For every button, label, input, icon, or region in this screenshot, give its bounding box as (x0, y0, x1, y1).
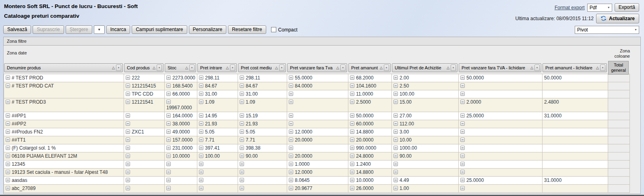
collapse-icon[interactable] (350, 170, 354, 174)
collapse-icon[interactable] (126, 121, 130, 126)
view-mode-select[interactable]: Pivot ▼ (575, 26, 639, 34)
collapse-icon[interactable] (289, 100, 293, 104)
collapse-icon[interactable] (289, 162, 293, 166)
format-export-link[interactable]: Format export (555, 5, 585, 10)
collapse-icon[interactable] (393, 154, 398, 158)
collapse-icon[interactable] (289, 83, 293, 88)
collapse-icon[interactable] (240, 186, 244, 190)
collapse-icon[interactable] (393, 121, 398, 126)
collapse-icon[interactable] (6, 162, 10, 166)
collapse-icon[interactable] (460, 138, 465, 142)
collapse-icon[interactable] (126, 129, 130, 134)
collapse-icon[interactable] (199, 178, 203, 182)
collapse-icon[interactable] (240, 129, 244, 134)
collapse-icon[interactable] (126, 113, 130, 118)
collapse-icon[interactable] (6, 178, 10, 182)
collapse-icon[interactable] (6, 83, 10, 88)
load-button[interactable]: Incarca (106, 25, 130, 34)
collapse-icon[interactable] (166, 75, 171, 80)
collapse-icon[interactable] (166, 170, 171, 174)
customize-button[interactable]: Personalizare (189, 25, 226, 34)
collapse-icon[interactable] (460, 154, 465, 158)
collapse-icon[interactable] (350, 154, 354, 158)
collapse-icon[interactable] (460, 186, 465, 190)
collapse-icon[interactable] (460, 162, 465, 166)
collapse-icon[interactable] (6, 154, 10, 158)
column-filter-dropdown[interactable]: ▼ (189, 65, 195, 71)
column-header[interactable]: Pret vanzare fara TVA - lichidare△▼ (459, 63, 541, 72)
collapse-icon[interactable] (166, 138, 171, 142)
collapse-icon[interactable] (393, 75, 398, 80)
collapse-icon[interactable] (350, 138, 354, 142)
collapse-icon[interactable] (240, 138, 244, 142)
overwrite-button[interactable]: Suprascrie (33, 25, 64, 34)
collapse-icon[interactable] (240, 92, 244, 96)
collapse-icon[interactable] (460, 121, 465, 126)
collapse-icon[interactable] (240, 178, 244, 182)
column-filter-dropdown[interactable]: ▼ (157, 65, 162, 71)
collapse-icon[interactable] (240, 146, 244, 150)
column-filter-dropdown[interactable]: ▼ (230, 65, 235, 71)
collapse-icon[interactable] (240, 100, 244, 104)
collapse-icon[interactable] (126, 100, 130, 104)
collapse-icon[interactable] (289, 178, 293, 182)
collapse-icon[interactable] (460, 75, 465, 80)
collapse-icon[interactable] (6, 146, 10, 150)
collapse-icon[interactable] (199, 83, 203, 88)
collapse-icon[interactable] (6, 186, 10, 190)
collapse-icon[interactable] (289, 186, 293, 190)
collapse-icon[interactable] (199, 113, 203, 118)
collapse-icon[interactable] (126, 154, 130, 158)
column-filter-dropdown[interactable]: ▼ (384, 65, 389, 71)
save-button[interactable]: Salvează (3, 25, 31, 34)
collapse-icon[interactable] (350, 121, 354, 126)
collapse-icon[interactable] (240, 121, 244, 126)
column-header[interactable]: Ultimul Pret de Achizitie△▼ (392, 63, 458, 72)
collapse-icon[interactable] (350, 186, 354, 190)
extra-fields-button[interactable]: Campuri suplimentare (132, 25, 187, 34)
collapse-icon[interactable] (166, 162, 171, 166)
collapse-icon[interactable] (393, 83, 398, 88)
reset-filters-button[interactable]: Resetare filtre (228, 25, 266, 34)
collapse-icon[interactable] (126, 178, 130, 182)
collapse-icon[interactable] (6, 113, 10, 118)
collapse-icon[interactable] (460, 92, 465, 96)
column-header[interactable]: Pret vanzare fara Tva△▼ (287, 63, 347, 72)
collapse-icon[interactable] (6, 121, 10, 126)
collapse-icon[interactable] (126, 146, 130, 150)
collapse-icon[interactable] (289, 121, 293, 126)
collapse-icon[interactable] (199, 138, 203, 142)
collapse-icon[interactable] (199, 146, 203, 150)
collapse-icon[interactable] (6, 100, 10, 104)
collapse-icon[interactable] (460, 146, 465, 150)
collapse-icon[interactable] (126, 162, 130, 166)
column-filter-dropdown[interactable]: ▼ (116, 65, 121, 71)
collapse-icon[interactable] (166, 186, 171, 190)
collapse-icon[interactable] (6, 138, 10, 142)
collapse-icon[interactable] (166, 129, 171, 134)
collapse-icon[interactable] (393, 100, 398, 104)
collapse-icon[interactable] (126, 186, 130, 190)
collapse-icon[interactable] (126, 75, 130, 80)
collapse-icon[interactable] (6, 170, 10, 174)
collapse-icon[interactable] (240, 162, 244, 166)
filter-zone[interactable]: Zona filtre (3, 37, 641, 46)
collapse-icon[interactable] (393, 146, 398, 150)
column-filter-dropdown[interactable]: ▼ (451, 65, 456, 71)
collapse-icon[interactable] (199, 121, 203, 126)
column-header[interactable]: Cod produs△▼ (124, 63, 164, 72)
collapse-icon[interactable] (350, 129, 354, 134)
collapse-icon[interactable] (199, 162, 203, 166)
collapse-icon[interactable] (240, 75, 244, 80)
collapse-icon[interactable] (166, 100, 171, 104)
refresh-button[interactable]: Actualizare (596, 14, 639, 23)
collapse-icon[interactable] (350, 162, 354, 166)
collapse-icon[interactable] (166, 113, 171, 118)
column-header[interactable]: Stoc△▼ (165, 63, 196, 72)
collapse-icon[interactable] (166, 154, 171, 158)
collapse-icon[interactable] (393, 186, 398, 190)
collapse-icon[interactable] (6, 75, 10, 80)
collapse-icon[interactable] (350, 75, 354, 80)
collapse-icon[interactable] (393, 129, 398, 134)
column-header[interactable]: Pret cost mediu△▼ (238, 63, 286, 72)
